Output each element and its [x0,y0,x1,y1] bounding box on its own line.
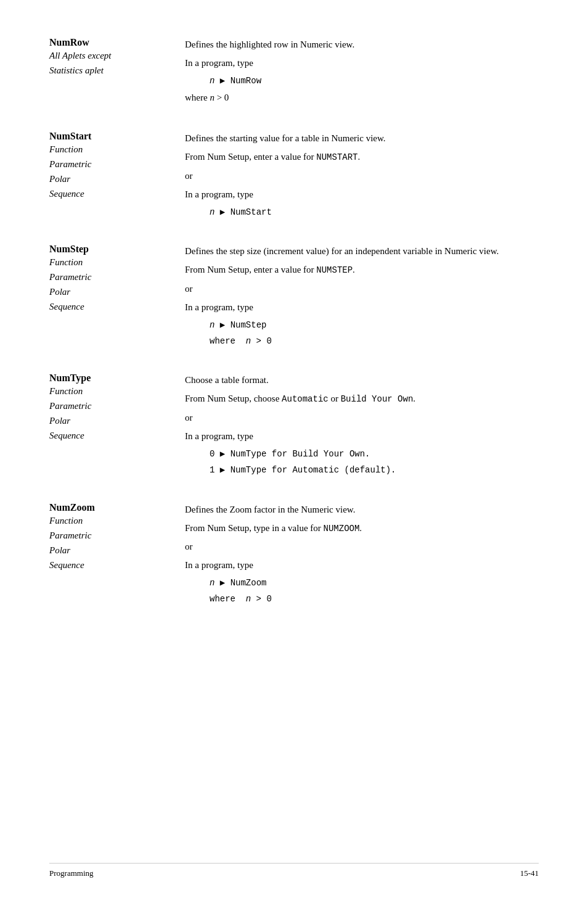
subtitle-numrow: All Aplets exceptStatistics aplet [49,48,173,78]
left-col-numtype: NumType FunctionParametricPolarSequence [49,373,173,479]
subtitle-numstart: FunctionParametricPolarSequence [49,142,173,201]
desc-numzoom-1: Defines the Zoom factor in the Numeric v… [185,502,539,517]
right-col-numstart: Defines the starting value for a table i… [173,131,539,221]
code-numtype-0: 0 ▶ NumType for Build Your Own. [210,447,539,461]
term-numrow: NumRow [49,37,173,48]
desc-numzoom-2: From Num Setup, type in a value for NUMZ… [185,521,539,535]
subtitle-numstep: FunctionParametricPolarSequence [49,255,173,314]
entry-numrow: NumRow All Aplets exceptStatistics aplet… [49,37,539,109]
desc-numstep-or: or [185,281,539,296]
desc-numzoom-3: In a program, type [185,558,539,572]
desc-numtype-1: Choose a table format. [185,373,539,387]
desc-numrow-2: In a program, type [185,56,539,70]
desc-numrow-1: Defines the highlighted row in Numeric v… [185,37,539,52]
code-numstep: n ▶ NumStep [210,318,539,332]
left-col-numstart: NumStart FunctionParametricPolarSequence [49,131,173,221]
footer-left: Programming [49,868,94,878]
right-col-numrow: Defines the highlighted row in Numeric v… [173,37,539,109]
entry-numstart: NumStart FunctionParametricPolarSequence… [49,131,539,221]
code-numrow: n ▶ NumRow [210,74,539,88]
right-col-numstep: Defines the step size (increment value) … [173,244,539,350]
where-numstep: where n > 0 [210,334,539,348]
right-col-numtype: Choose a table format. From Num Setup, c… [173,373,539,479]
desc-numtype-2: From Num Setup, choose Automatic or Buil… [185,391,539,406]
desc-numtype-3: In a program, type [185,429,539,443]
left-col-numzoom: NumZoom FunctionParametricPolarSequence [49,502,173,609]
page-footer: Programming 15-41 [49,863,539,878]
desc-numstart-1: Defines the starting value for a table i… [185,131,539,146]
left-col-numrow: NumRow All Aplets exceptStatistics aplet [49,37,173,109]
subtitle-numzoom: FunctionParametricPolarSequence [49,513,173,572]
entry-numstep: NumStep FunctionParametricPolarSequence … [49,244,539,350]
term-numzoom: NumZoom [49,502,173,513]
where-numzoom: where n > 0 [210,592,539,606]
right-col-numzoom: Defines the Zoom factor in the Numeric v… [173,502,539,609]
code-numtype-1: 1 ▶ NumType for Automatic (default). [210,463,539,477]
desc-numstart-or: or [185,168,539,183]
footer-right: 15-41 [520,868,539,878]
code-numstart: n ▶ NumStart [210,205,539,219]
left-col-numstep: NumStep FunctionParametricPolarSequence [49,244,173,350]
desc-numtype-or: or [185,410,539,425]
desc-numzoom-or: or [185,539,539,554]
desc-numstep-2: From Num Setup, enter a value for NUMSTE… [185,262,539,277]
term-numtype: NumType [49,373,173,384]
entry-numtype: NumType FunctionParametricPolarSequence … [49,373,539,479]
term-numstart: NumStart [49,131,173,142]
entry-numzoom: NumZoom FunctionParametricPolarSequence … [49,502,539,609]
code-numzoom: n ▶ NumZoom [210,576,539,590]
desc-numstep-3: In a program, type [185,300,539,315]
desc-numstart-3: In a program, type [185,187,539,202]
desc-numstart-2: From Num Setup, enter a value for NUMSTA… [185,149,539,164]
term-numstep: NumStep [49,244,173,255]
subtitle-numtype: FunctionParametricPolarSequence [49,384,173,443]
desc-numstep-1: Defines the step size (increment value) … [185,244,539,258]
desc-numrow-3: where n > 0 [185,90,539,105]
page: NumRow All Aplets exceptStatistics aplet… [0,0,588,903]
